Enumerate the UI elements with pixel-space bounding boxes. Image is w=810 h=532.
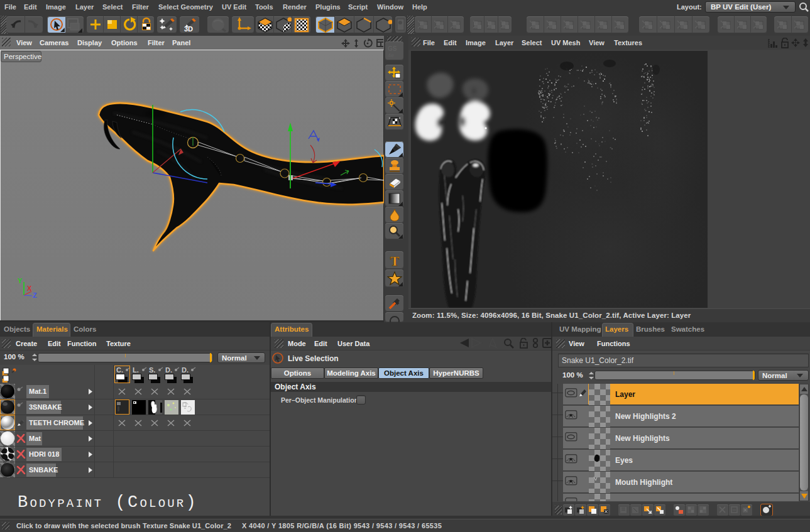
svg-text:Z: Z — [33, 291, 37, 299]
svg-text:X: X — [27, 285, 32, 292]
svg-text:3D: 3D — [184, 25, 193, 33]
svg-text:T: T — [390, 253, 400, 268]
svg-text:GS: GS — [388, 45, 397, 52]
svg-text:Y: Y — [18, 277, 23, 285]
svg-text:4e: 4e — [388, 52, 394, 58]
